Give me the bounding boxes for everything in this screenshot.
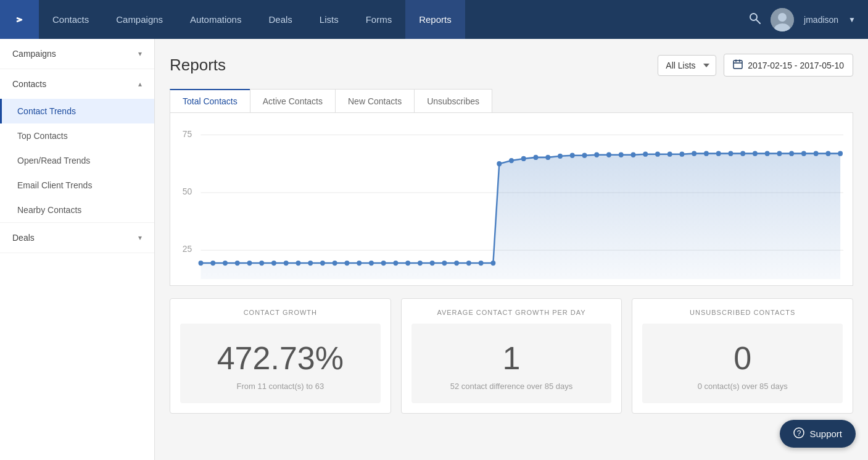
stat-desc-avg: 52 contact difference over 85 days — [424, 382, 600, 391]
svg-text:50: 50 — [183, 186, 192, 196]
line-chart: 75 50 25 — [176, 125, 846, 279]
question-circle-icon: ? — [793, 427, 804, 440]
svg-point-31 — [381, 261, 386, 266]
svg-point-53 — [643, 152, 648, 157]
sidebar-campaigns-header[interactable]: Campaigns ▾ — [0, 39, 154, 69]
search-icon[interactable] — [748, 12, 761, 27]
sidebar-deals-header[interactable]: Deals ▾ — [0, 223, 154, 253]
svg-point-67 — [814, 151, 819, 156]
svg-point-42 — [509, 158, 514, 163]
sidebar-item-email-client-trends[interactable]: Email Client Trends — [0, 173, 154, 198]
sidebar-item-open-read-trends[interactable]: Open/Read Trends — [0, 148, 154, 173]
svg-point-33 — [405, 261, 410, 266]
svg-point-22 — [271, 261, 276, 266]
sidebar-item-nearby-contacts[interactable]: Nearby Contacts — [0, 198, 154, 222]
svg-point-18 — [223, 261, 228, 266]
page-title: Reports — [170, 56, 226, 75]
svg-point-69 — [838, 151, 843, 156]
stat-inner-avg: 1 52 contact difference over 85 days — [411, 324, 612, 403]
tab-unsubscribes[interactable]: Unsubscribes — [414, 89, 492, 112]
list-select[interactable]: All Lists — [658, 55, 716, 76]
stat-inner-growth: 472.73% From 11 contact(s) to 63 — [180, 324, 381, 403]
nav-automations[interactable]: Automations — [176, 0, 255, 39]
chevron-down-icon: ▾ — [138, 233, 142, 242]
svg-point-68 — [825, 151, 830, 156]
tab-active-contacts[interactable]: Active Contacts — [250, 89, 336, 112]
nav-contacts[interactable]: Contacts — [39, 0, 102, 39]
support-label: Support — [809, 429, 842, 439]
svg-point-37 — [454, 261, 459, 266]
logo-button[interactable] — [0, 0, 39, 39]
nav-deals[interactable]: Deals — [255, 0, 305, 39]
stat-value-growth: 472.73% — [192, 342, 368, 374]
svg-point-60 — [728, 151, 733, 156]
chart-container: 75 50 25 — [170, 113, 853, 286]
nav-forms[interactable]: Forms — [352, 0, 406, 39]
svg-point-44 — [534, 155, 539, 160]
nav-lists[interactable]: Lists — [306, 0, 352, 39]
sidebar-section-campaigns: Campaigns ▾ — [0, 39, 154, 69]
sidebar-section-contacts: Contacts ▴ Contact Trends Top Contacts O… — [0, 69, 154, 223]
svg-point-64 — [777, 151, 782, 156]
stat-card-contact-growth: CONTACT GROWTH 472.73% From 11 contact(s… — [170, 298, 391, 414]
svg-point-27 — [333, 261, 337, 266]
svg-point-3 — [778, 13, 787, 22]
top-navigation: Contacts Campaigns Automations Deals Lis… — [0, 0, 868, 39]
date-range-button[interactable]: 2017-02-15 - 2017-05-10 — [724, 54, 853, 77]
stat-value-avg: 1 — [424, 342, 600, 374]
svg-point-35 — [430, 261, 435, 266]
stat-title-unsub: UNSUBSCRIBED CONTACTS — [642, 309, 843, 316]
calendar-icon — [733, 59, 743, 71]
svg-point-56 — [679, 152, 684, 157]
svg-point-34 — [418, 261, 423, 266]
svg-point-16 — [199, 261, 204, 266]
svg-point-45 — [545, 155, 550, 160]
stat-title-avg: AVERAGE CONTACT GROWTH PER DAY — [411, 309, 612, 316]
stat-inner-unsub: 0 0 contact(s) over 85 days — [642, 324, 843, 403]
nav-campaigns[interactable]: Campaigns — [102, 0, 176, 39]
svg-point-17 — [210, 261, 215, 266]
nav-reports[interactable]: Reports — [405, 0, 465, 39]
svg-point-50 — [606, 153, 611, 157]
sidebar-item-top-contacts[interactable]: Top Contacts — [0, 123, 154, 148]
tab-new-contacts[interactable]: New Contacts — [335, 89, 415, 112]
stats-row: CONTACT GROWTH 472.73% From 11 contact(s… — [170, 298, 853, 414]
nav-right-controls: jmadison ▼ — [748, 8, 868, 31]
svg-point-30 — [369, 261, 374, 266]
user-name[interactable]: jmadison — [804, 15, 838, 25]
chart-tabs: Total Contacts Active Contacts New Conta… — [170, 89, 853, 113]
main-layout: Campaigns ▾ Contacts ▴ Contact Trends To… — [0, 39, 868, 460]
svg-point-51 — [619, 153, 624, 157]
svg-point-46 — [558, 154, 563, 159]
svg-point-25 — [308, 261, 313, 266]
svg-point-38 — [466, 261, 471, 266]
tab-total-contacts[interactable]: Total Contacts — [170, 89, 250, 112]
svg-line-1 — [756, 20, 760, 23]
svg-text:?: ? — [797, 429, 801, 438]
sidebar-deals-label: Deals — [12, 233, 35, 243]
svg-point-41 — [497, 161, 502, 166]
support-button[interactable]: ? Support — [780, 420, 856, 448]
svg-point-39 — [479, 261, 484, 266]
svg-text:25: 25 — [183, 244, 192, 254]
svg-point-28 — [344, 261, 349, 266]
svg-point-19 — [235, 261, 240, 266]
svg-point-36 — [442, 261, 447, 266]
stat-desc-growth: From 11 contact(s) to 63 — [192, 382, 368, 391]
sidebar-contacts-header[interactable]: Contacts ▴ — [0, 69, 154, 99]
svg-point-61 — [740, 151, 745, 156]
svg-point-40 — [490, 261, 495, 266]
user-dropdown-icon[interactable]: ▼ — [848, 15, 856, 24]
svg-point-55 — [668, 152, 672, 157]
svg-point-62 — [753, 151, 758, 156]
sidebar-item-contact-trends[interactable]: Contact Trends — [0, 99, 154, 123]
svg-point-58 — [704, 151, 709, 156]
svg-point-57 — [692, 151, 696, 156]
svg-point-65 — [789, 151, 794, 156]
svg-point-23 — [284, 261, 289, 266]
svg-point-47 — [570, 153, 575, 158]
svg-rect-5 — [734, 61, 742, 69]
svg-point-63 — [765, 151, 770, 156]
svg-point-29 — [357, 261, 362, 266]
stat-card-avg-growth: AVERAGE CONTACT GROWTH PER DAY 1 52 cont… — [401, 298, 622, 414]
